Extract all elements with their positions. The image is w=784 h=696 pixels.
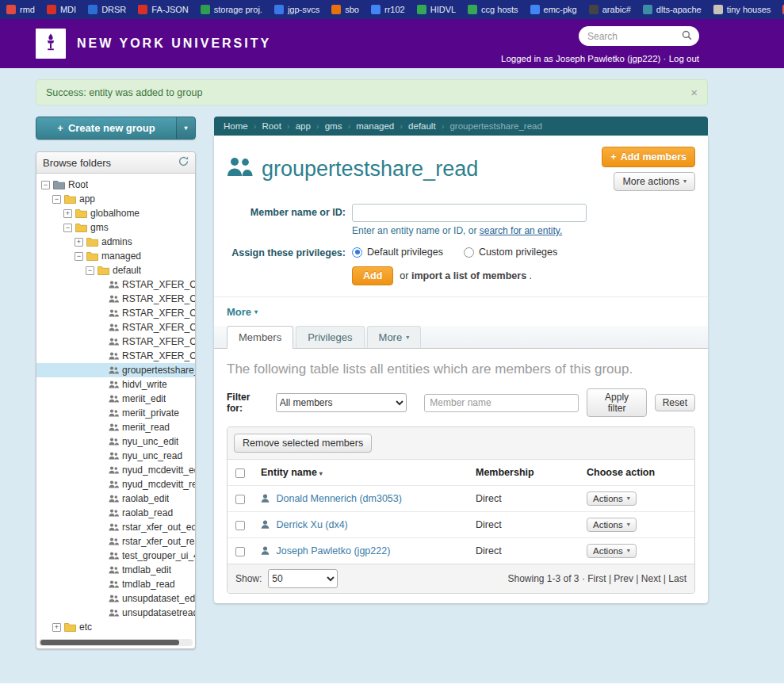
tree-item-meriit-private[interactable]: meriit_private xyxy=(36,406,195,420)
tree-item-rstar-xfer-out-n[interactable]: RSTAR_XFER_OUT_N xyxy=(36,306,195,320)
bookmark-tiny-houses[interactable]: tiny houses xyxy=(713,5,771,14)
breadcrumb-item-home[interactable]: Home xyxy=(224,121,248,131)
logout-link[interactable]: Log out xyxy=(669,54,699,63)
tree-item-raolab-read[interactable]: raolab_read xyxy=(36,506,195,520)
tree-item-raolab-edit[interactable]: raolab_edit xyxy=(36,491,195,506)
filter-name-input[interactable] xyxy=(424,394,579,412)
bookmark-storage-proj[interactable]: storage proj. xyxy=(201,5,262,14)
more-link[interactable]: More ▾ xyxy=(227,306,258,318)
tree-toggle[interactable]: − xyxy=(75,252,83,261)
remove-selected-button[interactable]: Remove selected members xyxy=(234,434,372,453)
tree-item-groupertestshare-read[interactable]: groupertestshare_read xyxy=(36,363,195,377)
bookmark-fa-json[interactable]: FA-JSON xyxy=(138,5,188,14)
tree-item-etc[interactable]: + xyxy=(36,620,195,634)
bookmark-sbo[interactable]: sbo xyxy=(331,5,359,14)
entity-link[interactable]: Donald Mennerich (dm3053) xyxy=(276,493,401,504)
tree-item-hidvl-write[interactable]: hidvl_write xyxy=(36,377,195,392)
close-icon[interactable]: × xyxy=(690,86,698,98)
scrollbar-thumb[interactable] xyxy=(40,640,179,645)
tree-toggle[interactable]: − xyxy=(52,195,61,204)
row-actions-button[interactable]: Actions ▾ xyxy=(587,518,637,532)
bookmark-drsr[interactable]: DRSR xyxy=(88,5,126,14)
tree-item-nyud-mcdevitt-edit[interactable]: nyud_mcdevitt_edit xyxy=(36,463,195,477)
bookmark-hidvl[interactable]: HIDVL xyxy=(417,5,456,14)
tree-toggle[interactable]: − xyxy=(63,224,72,232)
import-members-link[interactable]: import a list of members xyxy=(411,270,526,281)
tree-item-managed[interactable]: − xyxy=(36,249,195,263)
tree-item-tmdlab-read[interactable]: tmdlab_read xyxy=(36,577,195,591)
tree-item-rstar-xfer-out-ta[interactable]: RSTAR_XFER_OUT_TA xyxy=(36,335,195,349)
privilege-option-default-privileges[interactable]: Default privileges xyxy=(352,247,443,258)
add-members-button[interactable]: + Add members xyxy=(602,147,695,167)
tree-item-unsupdataset-edit[interactable]: unsupdataset_edit xyxy=(36,591,195,606)
more-actions-button[interactable]: More actions ▾ xyxy=(614,172,695,191)
breadcrumb-item-default[interactable]: default xyxy=(408,121,436,131)
breadcrumb-item-managed[interactable]: managed xyxy=(356,121,394,131)
paging-link-prev[interactable]: Prev xyxy=(614,573,633,584)
show-select[interactable]: 50 xyxy=(268,569,338,588)
tree-item-nyu-unc-read[interactable]: nyu_unc_read xyxy=(36,449,195,463)
refresh-icon[interactable] xyxy=(178,156,189,169)
tree-item-meriit-edit[interactable]: meriit_edit xyxy=(36,392,195,406)
bookmark-arabic[interactable]: arabic# xyxy=(589,5,631,14)
paging-link-next[interactable]: Next xyxy=(641,573,661,584)
reset-button[interactable]: Reset xyxy=(655,394,695,411)
tree-item-rstar-xfer-out-edit[interactable]: rstar_xfer_out_edit xyxy=(36,520,195,534)
tree-item-test-grouper-ui-4-rw[interactable]: test_grouper_ui_4_rw xyxy=(36,549,195,563)
tree-item-globalhome[interactable]: + xyxy=(36,206,195,220)
tree-item-rstar-xfer-out-ta[interactable]: RSTAR_XFER_OUT_TA xyxy=(36,349,195,363)
breadcrumb-item-gms[interactable]: gms xyxy=(325,121,342,131)
tree-item-rstar-xfer-out-read[interactable]: rstar_xfer_out_read xyxy=(36,534,195,549)
search-entity-link[interactable]: search for an entity. xyxy=(480,225,563,236)
bookmark-emc-pkg[interactable]: emc-pkg xyxy=(530,5,577,14)
breadcrumb-item-root[interactable]: Root xyxy=(262,121,281,131)
tree-item-meriit-read[interactable]: meriit_read xyxy=(36,420,195,434)
tab-privileges[interactable]: Privileges xyxy=(296,326,364,349)
paging-link-first[interactable]: First xyxy=(587,573,606,584)
tree-toggle[interactable]: + xyxy=(63,209,72,218)
bookmark-ccg-hosts[interactable]: ccg hosts xyxy=(468,5,518,14)
paging-link-last[interactable]: Last xyxy=(668,573,686,584)
tree-item-unsupdatasetread[interactable]: unsupdatasetread xyxy=(36,606,195,620)
add-button[interactable]: Add xyxy=(352,266,393,285)
apply-filter-button[interactable]: Apply filter xyxy=(587,388,646,417)
search-input[interactable] xyxy=(586,30,682,43)
entity-link[interactable]: Joseph Pawletko (jgp222) xyxy=(276,545,390,556)
tree-item-default[interactable]: − xyxy=(36,263,195,277)
breadcrumb-item-app[interactable]: app xyxy=(296,121,311,131)
search-icon[interactable] xyxy=(682,29,692,44)
tree-item-admins[interactable]: + xyxy=(36,235,195,249)
tree-toggle[interactable]: + xyxy=(52,623,61,632)
tree-toggle[interactable]: − xyxy=(41,181,50,189)
bookmark-jgp-svcs[interactable]: jgp-svcs xyxy=(274,5,319,14)
bookmark-rr102[interactable]: rr102 xyxy=(371,5,405,14)
col-entity-name[interactable]: Entity name xyxy=(261,467,317,478)
tree-item-nyud-mcdevitt-read[interactable]: nyud_mcdevitt_read xyxy=(36,477,195,491)
tree-item-tmdlab-edit[interactable]: tmdlab_edit xyxy=(36,563,195,577)
row-checkbox[interactable] xyxy=(235,521,245,530)
row-checkbox[interactable] xyxy=(235,495,245,504)
bookmark-dlts-apache[interactable]: dlts-apache xyxy=(643,5,702,14)
bookmark-mdi[interactable]: MDI xyxy=(47,5,76,14)
row-actions-button[interactable]: Actions ▾ xyxy=(587,491,637,506)
tree-item-rstar-xfer-out-fa[interactable]: RSTAR_XFER_OUT_FA xyxy=(36,277,195,292)
row-checkbox[interactable] xyxy=(235,547,245,556)
tree-item-app[interactable]: − xyxy=(36,192,195,206)
tree-item-rstar-xfer-out-n[interactable]: RSTAR_XFER_OUT_N xyxy=(36,320,195,335)
entity-link[interactable]: Derrick Xu (dx4) xyxy=(276,519,347,530)
tree-horizontal-scrollbar[interactable] xyxy=(39,639,193,646)
tree-item-root[interactable]: − xyxy=(36,178,195,192)
create-group-button[interactable]: + Create new group ▾ xyxy=(36,117,196,140)
member-id-input[interactable] xyxy=(352,204,587,222)
row-actions-button[interactable]: Actions ▾ xyxy=(587,544,637,558)
nyu-logo[interactable] xyxy=(36,29,66,59)
tab-members[interactable]: Members xyxy=(227,326,293,349)
tree-item-nyu-unc-edit[interactable]: nyu_unc_edit xyxy=(36,434,195,449)
tab-more[interactable]: More ▾ xyxy=(367,326,422,349)
tree-toggle[interactable]: − xyxy=(86,266,94,275)
tree-toggle[interactable]: + xyxy=(75,238,83,247)
tree-item-gms[interactable]: − xyxy=(36,220,195,235)
privilege-option-custom-privileges[interactable]: Custom privileges xyxy=(464,247,557,258)
create-group-caret[interactable]: ▾ xyxy=(176,117,195,139)
select-all-checkbox[interactable] xyxy=(235,468,245,478)
